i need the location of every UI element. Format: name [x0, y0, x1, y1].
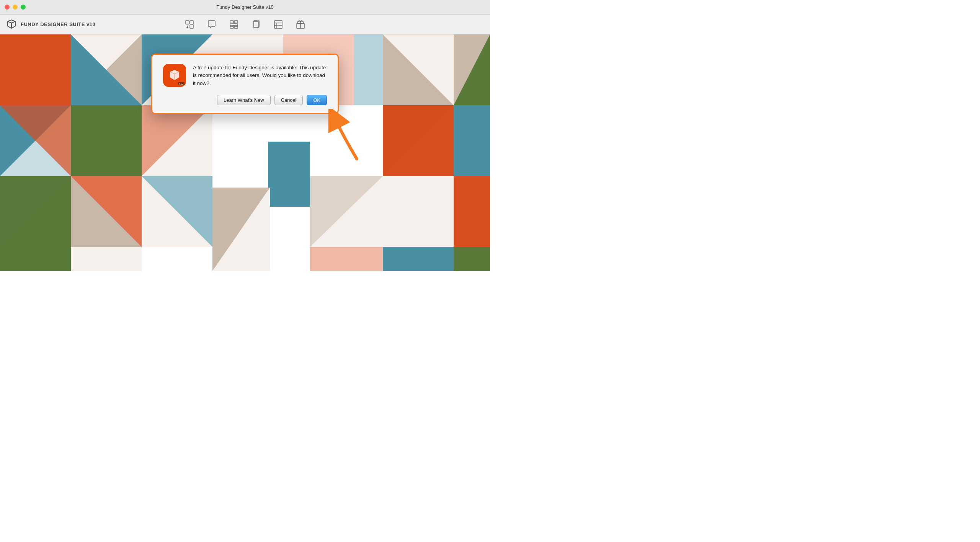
- svg-rect-10: [274, 21, 282, 28]
- gift-icon[interactable]: [295, 19, 306, 30]
- fundy-app-icon-svg: [168, 69, 181, 82]
- update-dialog: v10 A free update for Fundy Designer is …: [151, 54, 339, 114]
- minimize-button[interactable]: [13, 5, 18, 10]
- app-logo: FUNDY DESIGNER SUITE v10: [6, 19, 95, 30]
- app-name-label: FUNDY DESIGNER SUITE v10: [21, 21, 95, 27]
- svg-rect-7: [234, 26, 238, 28]
- dialog-message: A free update for Fundy Designer is avai…: [193, 64, 327, 87]
- svg-rect-1: [190, 21, 193, 24]
- svg-rect-4: [234, 21, 238, 23]
- arrow-annotation: [322, 109, 368, 163]
- svg-rect-0: [186, 21, 189, 24]
- dialog-overlay: v10 A free update for Fundy Designer is …: [0, 34, 490, 271]
- window-title: Fundy Designer Suite v10: [216, 4, 274, 10]
- design-icon[interactable]: [229, 19, 239, 30]
- maximize-button[interactable]: [21, 5, 26, 10]
- dialog-content: v10 A free update for Fundy Designer is …: [163, 64, 327, 87]
- svg-rect-6: [230, 26, 234, 28]
- app-toolbar: FUNDY DESIGNER SUITE v10: [0, 15, 490, 34]
- toolbar-nav-icons: [184, 19, 306, 30]
- app-update-icon: v10: [163, 64, 186, 87]
- svg-rect-5: [230, 24, 238, 26]
- window-controls: [5, 5, 26, 10]
- dialog-icon-wrapper: v10: [163, 64, 186, 87]
- cancel-button[interactable]: Cancel: [274, 95, 303, 105]
- version-badge: v10: [178, 82, 185, 85]
- fundy-logo-icon: [6, 19, 17, 30]
- chat-icon[interactable]: [206, 19, 217, 30]
- svg-rect-2: [190, 25, 193, 28]
- album-icon[interactable]: [251, 19, 261, 30]
- close-button[interactable]: [5, 5, 10, 10]
- learn-whats-new-button[interactable]: Learn What's New: [217, 95, 271, 105]
- dialog-buttons: Learn What's New Cancel OK: [163, 95, 327, 105]
- proof-icon[interactable]: [273, 19, 284, 30]
- svg-rect-3: [230, 21, 234, 23]
- titlebar: Fundy Designer Suite v10: [0, 0, 490, 15]
- ok-button[interactable]: OK: [307, 95, 327, 105]
- import-icon[interactable]: [184, 19, 195, 30]
